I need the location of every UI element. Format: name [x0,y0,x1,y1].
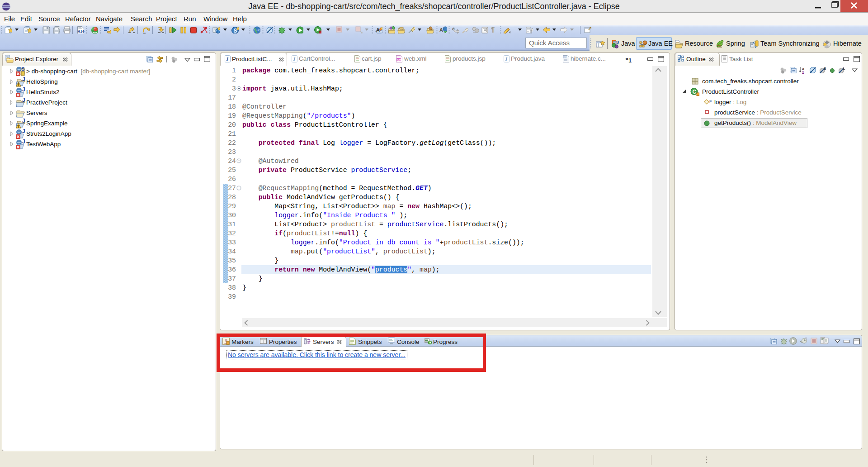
svg-text:J: J [505,56,508,62]
svg-text:C: C [452,27,455,31]
svg-text:J: J [617,40,619,45]
svg-text:!: ! [18,124,19,129]
svg-text:J: J [22,87,25,93]
svg-text:A: A [439,27,443,33]
svg-text:J: J [22,119,25,124]
svg-text:S: S [21,67,24,71]
svg-text:J: J [22,77,25,82]
svg-text:L: L [843,67,845,71]
svg-text:z: z [802,70,804,74]
svg-text:XML: XML [397,58,402,61]
svg-text:F: F [709,99,712,104]
svg-text:A: A [376,27,380,33]
svg-text:!: ! [18,82,19,87]
svg-text:C: C [693,89,697,95]
svg-text:J: J [226,56,229,62]
svg-text:J: J [293,56,296,62]
svg-text:J: J [22,98,25,103]
svg-text:J: J [22,129,25,134]
svg-text:010: 010 [78,29,85,33]
svg-text:J: J [22,139,25,145]
svg-text:XML: XML [564,56,569,58]
svg-text:S: S [824,67,826,71]
